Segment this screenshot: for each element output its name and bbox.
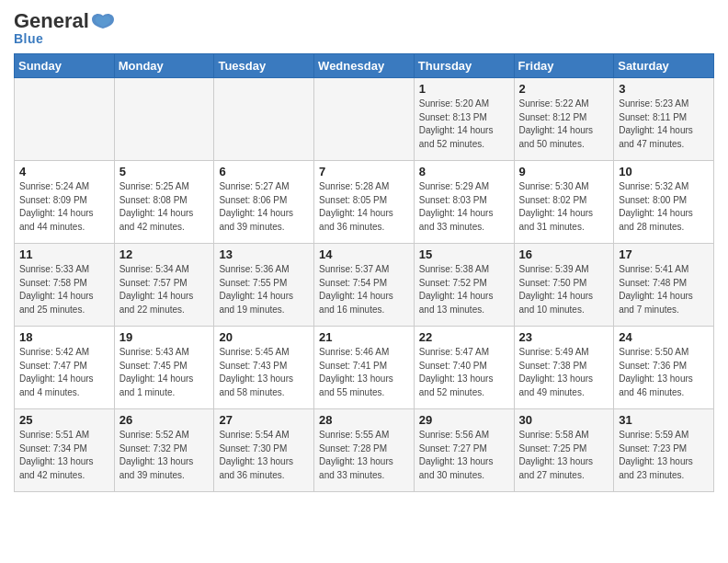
calendar-cell: 29Sunrise: 5:56 AM Sunset: 7:27 PM Dayli… (414, 409, 514, 492)
day-number: 27 (219, 413, 309, 427)
calendar-cell (114, 78, 214, 161)
day-detail: Sunrise: 5:34 AM Sunset: 7:57 PM Dayligh… (119, 263, 210, 316)
calendar-cell: 10Sunrise: 5:32 AM Sunset: 8:00 PM Dayli… (614, 161, 714, 244)
day-detail: Sunrise: 5:32 AM Sunset: 8:00 PM Dayligh… (619, 180, 709, 234)
day-number: 11 (19, 247, 109, 261)
week-row-2: 4Sunrise: 5:24 AM Sunset: 8:09 PM Daylig… (15, 161, 714, 244)
day-detail: Sunrise: 5:54 AM Sunset: 7:30 PM Dayligh… (219, 429, 309, 482)
day-detail: Sunrise: 5:24 AM Sunset: 8:09 PM Dayligh… (19, 180, 109, 234)
day-number: 28 (319, 413, 409, 427)
logo-bird-icon (90, 12, 116, 32)
weekday-header-thursday: Thursday (414, 54, 514, 78)
week-row-1: 1Sunrise: 5:20 AM Sunset: 8:13 PM Daylig… (15, 78, 714, 161)
calendar-cell: 2Sunrise: 5:22 AM Sunset: 8:12 PM Daylig… (514, 78, 614, 161)
week-row-4: 18Sunrise: 5:42 AM Sunset: 7:47 PM Dayli… (15, 327, 714, 409)
day-number: 3 (619, 82, 709, 96)
day-detail: Sunrise: 5:55 AM Sunset: 7:28 PM Dayligh… (319, 429, 409, 482)
calendar-cell (314, 78, 415, 161)
day-detail: Sunrise: 5:23 AM Sunset: 8:11 PM Dayligh… (619, 98, 709, 151)
day-detail: Sunrise: 5:38 AM Sunset: 7:52 PM Dayligh… (419, 263, 509, 316)
calendar-cell: 24Sunrise: 5:50 AM Sunset: 7:36 PM Dayli… (614, 327, 714, 409)
day-number: 21 (319, 330, 409, 344)
day-number: 18 (19, 330, 109, 344)
day-number: 4 (19, 165, 109, 178)
day-number: 29 (419, 413, 509, 427)
calendar-cell: 13Sunrise: 5:36 AM Sunset: 7:55 PM Dayli… (214, 244, 314, 327)
day-number: 7 (319, 165, 409, 178)
calendar-cell: 31Sunrise: 5:59 AM Sunset: 7:23 PM Dayli… (614, 409, 714, 492)
calendar-cell: 28Sunrise: 5:55 AM Sunset: 7:28 PM Dayli… (314, 409, 415, 492)
calendar-cell: 21Sunrise: 5:46 AM Sunset: 7:41 PM Dayli… (314, 327, 415, 409)
calendar-cell: 3Sunrise: 5:23 AM Sunset: 8:11 PM Daylig… (614, 78, 714, 161)
calendar-cell: 22Sunrise: 5:47 AM Sunset: 7:40 PM Dayli… (414, 327, 514, 409)
calendar-cell: 30Sunrise: 5:58 AM Sunset: 7:25 PM Dayli… (514, 409, 614, 492)
weekday-header-saturday: Saturday (614, 54, 714, 78)
weekday-header-monday: Monday (114, 54, 214, 78)
day-number: 15 (419, 247, 509, 261)
day-number: 2 (519, 82, 609, 96)
calendar-cell: 26Sunrise: 5:52 AM Sunset: 7:32 PM Dayli… (114, 409, 214, 492)
calendar-cell: 27Sunrise: 5:54 AM Sunset: 7:30 PM Dayli… (214, 409, 314, 492)
day-detail: Sunrise: 5:28 AM Sunset: 8:05 PM Dayligh… (319, 180, 409, 234)
day-detail: Sunrise: 5:30 AM Sunset: 8:02 PM Dayligh… (519, 180, 609, 234)
day-detail: Sunrise: 5:36 AM Sunset: 7:55 PM Dayligh… (219, 263, 309, 316)
calendar-cell: 8Sunrise: 5:29 AM Sunset: 8:03 PM Daylig… (414, 161, 514, 244)
day-number: 30 (519, 413, 609, 427)
day-detail: Sunrise: 5:20 AM Sunset: 8:13 PM Dayligh… (419, 98, 509, 151)
day-detail: Sunrise: 5:37 AM Sunset: 7:54 PM Dayligh… (319, 263, 409, 316)
logo-text: General (14, 9, 117, 33)
calendar-cell: 9Sunrise: 5:30 AM Sunset: 8:02 PM Daylig… (514, 161, 614, 244)
calendar-body: 1Sunrise: 5:20 AM Sunset: 8:13 PM Daylig… (15, 78, 714, 492)
calendar-cell: 25Sunrise: 5:51 AM Sunset: 7:34 PM Dayli… (15, 409, 115, 492)
day-detail: Sunrise: 5:59 AM Sunset: 7:23 PM Dayligh… (619, 429, 709, 482)
day-number: 25 (19, 413, 109, 427)
day-detail: Sunrise: 5:25 AM Sunset: 8:08 PM Dayligh… (119, 180, 210, 234)
day-detail: Sunrise: 5:22 AM Sunset: 8:12 PM Dayligh… (519, 98, 609, 151)
day-number: 13 (219, 247, 309, 261)
day-number: 23 (519, 330, 609, 344)
day-detail: Sunrise: 5:39 AM Sunset: 7:50 PM Dayligh… (519, 263, 609, 316)
calendar-cell: 16Sunrise: 5:39 AM Sunset: 7:50 PM Dayli… (514, 244, 614, 327)
day-number: 19 (119, 330, 210, 344)
logo-blue-text: Blue (14, 31, 43, 46)
day-detail: Sunrise: 5:50 AM Sunset: 7:36 PM Dayligh… (619, 346, 709, 399)
day-detail: Sunrise: 5:49 AM Sunset: 7:38 PM Dayligh… (519, 346, 609, 399)
calendar-cell: 7Sunrise: 5:28 AM Sunset: 8:05 PM Daylig… (314, 161, 415, 244)
weekday-header-friday: Friday (514, 54, 614, 78)
day-number: 12 (119, 247, 210, 261)
calendar-cell: 4Sunrise: 5:24 AM Sunset: 8:09 PM Daylig… (15, 161, 115, 244)
weekday-header-tuesday: Tuesday (214, 54, 314, 78)
calendar-cell: 15Sunrise: 5:38 AM Sunset: 7:52 PM Dayli… (414, 244, 514, 327)
day-number: 20 (219, 330, 309, 344)
calendar-cell: 18Sunrise: 5:42 AM Sunset: 7:47 PM Dayli… (15, 327, 115, 409)
calendar-cell: 23Sunrise: 5:49 AM Sunset: 7:38 PM Dayli… (514, 327, 614, 409)
calendar-cell: 11Sunrise: 5:33 AM Sunset: 7:58 PM Dayli… (15, 244, 115, 327)
day-detail: Sunrise: 5:47 AM Sunset: 7:40 PM Dayligh… (419, 346, 509, 399)
day-number: 17 (619, 247, 709, 261)
day-number: 24 (619, 330, 709, 344)
day-detail: Sunrise: 5:46 AM Sunset: 7:41 PM Dayligh… (319, 346, 409, 399)
calendar-cell: 14Sunrise: 5:37 AM Sunset: 7:54 PM Dayli… (314, 244, 415, 327)
day-number: 6 (219, 165, 309, 178)
calendar-cell: 17Sunrise: 5:41 AM Sunset: 7:48 PM Dayli… (614, 244, 714, 327)
day-detail: Sunrise: 5:33 AM Sunset: 7:58 PM Dayligh… (19, 263, 109, 316)
day-number: 14 (319, 247, 409, 261)
calendar-cell: 1Sunrise: 5:20 AM Sunset: 8:13 PM Daylig… (414, 78, 514, 161)
day-detail: Sunrise: 5:29 AM Sunset: 8:03 PM Dayligh… (419, 180, 509, 234)
day-number: 22 (419, 330, 509, 344)
weekday-header-sunday: Sunday (15, 54, 115, 78)
logo-general: General (14, 9, 89, 32)
day-detail: Sunrise: 5:42 AM Sunset: 7:47 PM Dayligh… (19, 346, 109, 399)
day-number: 8 (419, 165, 509, 178)
day-detail: Sunrise: 5:27 AM Sunset: 8:06 PM Dayligh… (219, 180, 309, 234)
day-number: 26 (119, 413, 210, 427)
calendar-cell (15, 78, 115, 161)
page-header: General Blue (14, 9, 714, 46)
day-number: 9 (519, 165, 609, 178)
calendar-cell: 20Sunrise: 5:45 AM Sunset: 7:43 PM Dayli… (214, 327, 314, 409)
calendar-cell: 6Sunrise: 5:27 AM Sunset: 8:06 PM Daylig… (214, 161, 314, 244)
day-detail: Sunrise: 5:41 AM Sunset: 7:48 PM Dayligh… (619, 263, 709, 316)
calendar-table: SundayMondayTuesdayWednesdayThursdayFrid… (14, 53, 714, 492)
weekday-header-wednesday: Wednesday (314, 54, 415, 78)
calendar-cell (214, 78, 314, 161)
